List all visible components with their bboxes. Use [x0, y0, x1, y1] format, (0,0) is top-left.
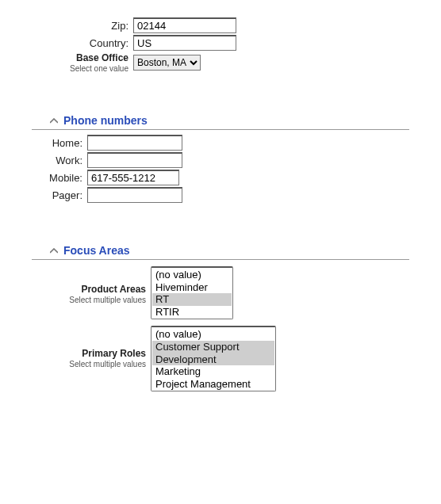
base-office-select[interactable]: Boston, MA	[133, 55, 201, 71]
base-office-label: Base Office Select one value	[32, 52, 133, 73]
section-title-focus: Focus Areas	[63, 244, 130, 257]
mobile-label: Mobile:	[32, 172, 87, 184]
row-base-office: Base Office Select one value Boston, MA	[32, 52, 409, 73]
base-office-label-main: Base Office	[32, 52, 128, 63]
pager-label: Pager:	[32, 189, 87, 201]
row-zip: Zip:	[32, 17, 409, 33]
chevron-up-icon	[49, 248, 59, 254]
product-areas-label: Product Areas Select multiple values	[32, 266, 151, 304]
base-office-label-hint: Select one value	[32, 64, 128, 73]
row-primary-roles: Primary Roles Select multiple values (no…	[32, 326, 409, 391]
row-mobile: Mobile:	[32, 170, 409, 185]
section-header-phone[interactable]: Phone numbers	[32, 111, 409, 130]
primary-roles-select[interactable]: (no value)Customer SupportDevelopmentMar…	[151, 326, 276, 391]
product-areas-label-hint: Select multiple values	[32, 296, 146, 304]
row-pager: Pager:	[32, 187, 409, 203]
country-label: Country:	[32, 37, 133, 49]
product-areas-label-main: Product Areas	[32, 284, 146, 295]
row-home: Home:	[32, 135, 409, 151]
form-container: Zip: Country: Base Office Select one val…	[16, 17, 425, 409]
home-input[interactable]	[87, 135, 182, 151]
primary-roles-label-hint: Select multiple values	[32, 360, 146, 368]
product-areas-select[interactable]: (no value)HiveminderRTRTIR	[151, 266, 233, 319]
primary-roles-label: Primary Roles Select multiple values	[32, 326, 151, 368]
zip-input[interactable]	[133, 17, 236, 33]
section-title-phone: Phone numbers	[63, 114, 148, 127]
work-label: Work:	[32, 155, 87, 166]
chevron-up-icon	[49, 118, 59, 124]
home-label: Home:	[32, 137, 87, 149]
row-product-areas: Product Areas Select multiple values (no…	[32, 266, 409, 319]
row-work: Work:	[32, 152, 409, 168]
pager-input[interactable]	[87, 187, 182, 203]
mobile-input[interactable]	[87, 170, 179, 185]
zip-label: Zip:	[32, 20, 133, 32]
work-input[interactable]	[87, 152, 182, 168]
row-country: Country:	[32, 35, 409, 51]
country-input[interactable]	[133, 35, 236, 51]
section-header-focus[interactable]: Focus Areas	[32, 241, 409, 260]
phone-fields: Home: Work: Mobile: Pager:	[32, 135, 409, 203]
primary-roles-label-main: Primary Roles	[32, 348, 146, 359]
